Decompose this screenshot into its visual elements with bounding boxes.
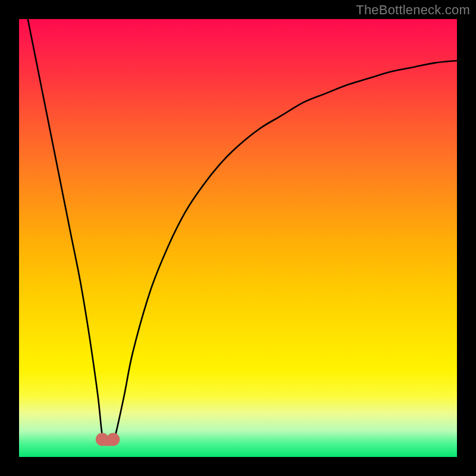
marker-min-right	[107, 433, 120, 446]
min-markers	[96, 433, 120, 446]
watermark-text: TheBottleneck.com	[356, 2, 470, 18]
chart-area	[19, 19, 457, 457]
bottleneck-curve-path	[28, 19, 457, 445]
chart-svg	[19, 19, 457, 457]
